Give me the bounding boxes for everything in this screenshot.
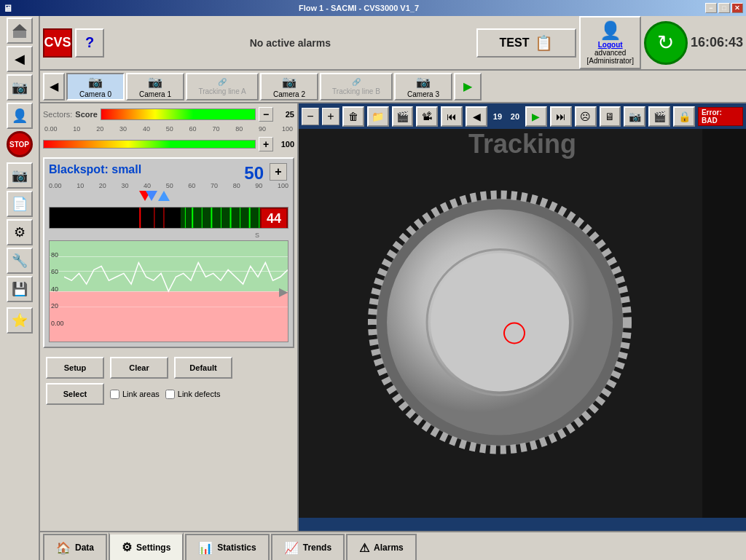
blackspot-section: Blackspot: small 50 + 0.00 10 20 30 40 5… [43, 157, 294, 348]
camera-icon: 📷 [148, 75, 162, 89]
tab-trends[interactable]: 📈 Trends [271, 534, 345, 560]
nav-back-button[interactable]: ◀ [43, 73, 65, 100]
bottom-buttons: Setup Clear Default Select Link areas Li… [43, 351, 294, 411]
sectors-minus-button[interactable]: − [259, 107, 273, 122]
sidebar-person-button[interactable]: 👤 [7, 103, 33, 129]
next-button[interactable]: ⏭ [550, 106, 572, 127]
film3-button[interactable]: 🎬 [648, 106, 670, 127]
refresh-button[interactable]: ↻ [644, 21, 688, 65]
sidebar-doc-button[interactable]: 📄 [7, 191, 33, 217]
sidebar-star-button[interactable]: ⭐ [7, 307, 33, 334]
link-icon: 🔗 [352, 78, 361, 86]
camera-icon: 📷 [282, 75, 297, 89]
camera-icon: 📷 [416, 75, 431, 89]
error-badge: Error: BAD [698, 107, 743, 126]
default-button[interactable]: Default [174, 357, 232, 379]
smiley-button[interactable]: ☹ [575, 106, 597, 127]
sectors-bar [101, 109, 256, 120]
main-container: ◀ 📷 👤 STOP 📷 📄 ⚙ 🔧 💾 ⭐ CVS ? No active a… [0, 16, 746, 560]
setup-button[interactable]: Setup [46, 357, 104, 379]
link-areas-label: Link areas [122, 390, 160, 398]
trends-icon: 📈 [284, 541, 299, 555]
tab-data-label: Data [75, 543, 94, 553]
camera-toolbar-button[interactable]: 📷 [624, 106, 645, 127]
help-button[interactable]: ? [75, 28, 104, 58]
camera-0-button[interactable]: 📷 Camera 0 [66, 73, 125, 100]
tracking-a-label: Tracking line A [198, 87, 246, 95]
tab-alarms[interactable]: ⚠ Alarms [346, 534, 417, 560]
titlebar-controls: − □ ✕ [705, 3, 743, 13]
left-panel: Sectors: Score − 25 0.00 10 20 30 40 50 [40, 103, 299, 531]
sidebar-stop-button[interactable]: STOP [7, 131, 33, 157]
play-button[interactable]: ▶ [454, 73, 482, 100]
sectors-plus-button[interactable]: + [259, 137, 273, 151]
rewind-button[interactable]: ⏮ [441, 106, 463, 127]
tab-settings[interactable]: ⚙ Settings [109, 532, 184, 560]
chart-area: 80 60 40 20 0.00 ▶ [49, 240, 288, 342]
select-button[interactable]: Select [46, 383, 104, 405]
folder-button[interactable]: 📁 [367, 106, 389, 127]
camera-0-label: Camera 0 [79, 90, 111, 98]
doc-icon: 📋 [535, 34, 553, 52]
sidebar-camera-button[interactable]: 📷 [7, 74, 33, 100]
tab-alarms-label: Alarms [374, 543, 404, 553]
alarms-icon: ⚠ [359, 541, 369, 555]
camera-3-button[interactable]: 📷 Camera 3 [394, 73, 452, 100]
blackspot-plus-button[interactable]: + [270, 163, 287, 181]
logout-role: [Administrator] [586, 57, 633, 65]
close-button[interactable]: ✕ [731, 3, 743, 13]
link-icon: 🔗 [218, 78, 227, 86]
film2-button[interactable]: 📽 [416, 106, 438, 127]
home-icon: 🏠 [56, 541, 71, 555]
svg-point-22 [431, 253, 569, 392]
logo: CVS [43, 28, 72, 58]
minimize-button[interactable]: − [705, 3, 717, 13]
sidebar-gear-button[interactable]: ⚙ [7, 219, 33, 245]
maximize-button[interactable]: □ [718, 3, 730, 13]
camerabar: ◀ 📷 Camera 0 📷 Camera 1 🔗 Tracking line … [40, 71, 746, 103]
frame-num1: 19 [490, 112, 505, 121]
play-toolbar-button[interactable]: ▶ [525, 106, 547, 127]
sectors-value-25: 25 [276, 110, 294, 119]
sectors-row: Sectors: Score − 25 [43, 106, 294, 122]
sidebar-back-button[interactable]: ◀ [7, 46, 33, 72]
link-areas-checkbox[interactable]: Link areas [110, 383, 160, 405]
link-defects-input[interactable] [165, 390, 175, 399]
chart-expand-icon[interactable]: ▶ [279, 285, 288, 299]
right-image-area: − + 🗑 📁 🎬 📽 ⏮ ◀ 19 20 ▶ ⏭ ☹ 🖥 📷 🎬 [299, 103, 746, 531]
trash-button[interactable]: 🗑 [342, 106, 364, 127]
zoom-in-button[interactable]: + [322, 108, 339, 125]
sidebar-tools-button[interactable]: 🔧 [7, 248, 33, 274]
tab-statistics[interactable]: 📊 Statistics [185, 534, 269, 560]
film-button[interactable]: 🎬 [392, 106, 414, 127]
tracking-line-b-button[interactable]: 🔗 Tracking line B [320, 73, 393, 100]
tracking-b-label: Tracking line B [332, 87, 380, 95]
zoom-out-button[interactable]: − [302, 108, 319, 125]
camera-icon: 📷 [88, 75, 103, 89]
middle-area: Sectors: Score − 25 0.00 10 20 30 40 50 [40, 103, 746, 531]
sidebar-camera2-button[interactable]: 📷 [7, 162, 33, 189]
alarm-text: No active alarms [107, 37, 474, 49]
svg-rect-0 [13, 30, 26, 38]
camera-3-label: Camera 3 [407, 90, 439, 98]
prev-button[interactable]: ◀ [466, 106, 487, 127]
sidebar-home-button[interactable] [7, 17, 33, 44]
logout-button[interactable]: Logout [598, 41, 623, 49]
camera-2-button[interactable]: 📷 Camera 2 [260, 73, 318, 100]
lock-button[interactable]: 🔒 [673, 106, 695, 127]
frame-num2: 20 [508, 112, 522, 121]
tab-trends-label: Trends [303, 543, 331, 553]
blue-upper-marker [146, 191, 157, 201]
link-areas-input[interactable] [110, 390, 119, 399]
blue-lower-marker [158, 191, 170, 201]
monitor-button[interactable]: 🖥 [600, 106, 621, 127]
test-box: TEST 📋 [476, 28, 577, 58]
clear-button[interactable]: Clear [110, 357, 168, 379]
tab-data[interactable]: 🏠 Data [43, 534, 107, 560]
sidebar-save-button[interactable]: 💾 [7, 276, 33, 302]
settings-icon: ⚙ [122, 540, 132, 554]
link-defects-checkbox[interactable]: Link defects [165, 383, 221, 405]
camera-1-button[interactable]: 📷 Camera 1 [126, 73, 184, 100]
tracking-line-a-button[interactable]: 🔗 Tracking line A [186, 73, 259, 100]
blackspot-score: 50 [244, 163, 264, 184]
